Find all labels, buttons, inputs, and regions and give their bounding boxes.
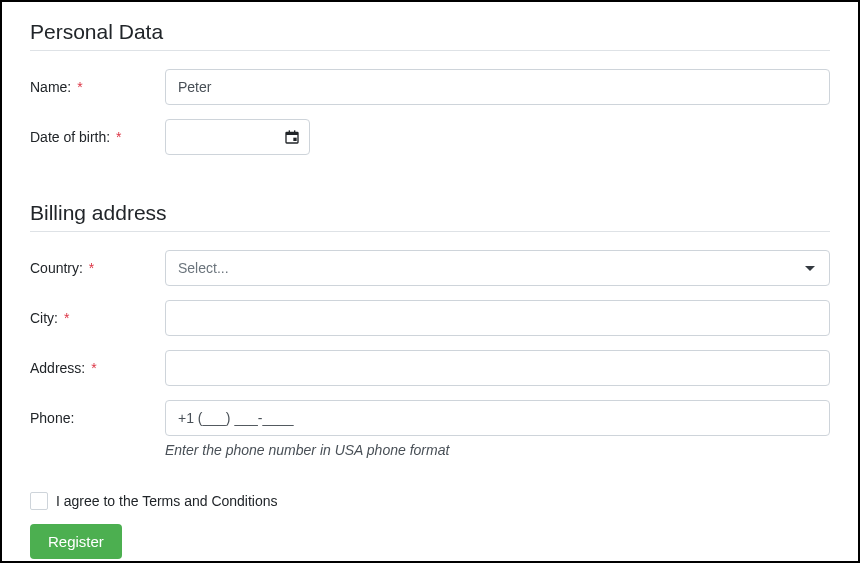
city-input[interactable]: [165, 300, 830, 336]
label-text: Phone:: [30, 410, 74, 426]
required-marker: *: [89, 260, 94, 276]
required-marker: *: [77, 79, 82, 95]
label-text: City:: [30, 310, 58, 326]
section-title-personal: Personal Data: [30, 20, 830, 44]
label-text: Address:: [30, 360, 85, 376]
label-country: Country: *: [30, 260, 165, 276]
name-input[interactable]: [165, 69, 830, 105]
field-row-dob: Date of birth: *: [30, 119, 830, 155]
svg-rect-3: [289, 130, 290, 133]
terms-checkbox[interactable]: [30, 492, 48, 510]
calendar-icon: [284, 129, 300, 145]
required-marker: *: [116, 129, 121, 145]
divider: [30, 231, 830, 232]
phone-input[interactable]: [165, 400, 830, 436]
country-select-value: Select...: [178, 260, 229, 276]
svg-rect-1: [286, 132, 298, 135]
field-row-phone: Phone:: [30, 400, 830, 436]
terms-label: I agree to the Terms and Conditions: [56, 493, 278, 509]
chevron-down-icon: [805, 266, 815, 271]
phone-helper-text: Enter the phone number in USA phone form…: [165, 442, 830, 458]
field-row-country: Country: * Select...: [30, 250, 830, 286]
field-row-name: Name: *: [30, 69, 830, 105]
dob-field[interactable]: [165, 119, 310, 155]
dob-calendar-button[interactable]: [275, 120, 309, 154]
label-city: City: *: [30, 310, 165, 326]
label-text: Country:: [30, 260, 83, 276]
section-title-billing: Billing address: [30, 201, 830, 225]
required-marker: *: [64, 310, 69, 326]
label-address: Address: *: [30, 360, 165, 376]
label-phone: Phone:: [30, 410, 165, 426]
terms-row: I agree to the Terms and Conditions: [30, 492, 830, 510]
label-text: Date of birth:: [30, 129, 110, 145]
form-container: Personal Data Name: * Date of birth: *: [0, 0, 860, 563]
field-row-city: City: *: [30, 300, 830, 336]
divider: [30, 50, 830, 51]
label-text: Name:: [30, 79, 71, 95]
label-name: Name: *: [30, 79, 165, 95]
dob-input[interactable]: [166, 120, 275, 154]
label-dob: Date of birth: *: [30, 129, 165, 145]
field-row-address: Address: *: [30, 350, 830, 386]
register-button[interactable]: Register: [30, 524, 122, 559]
svg-rect-4: [294, 130, 295, 133]
address-input[interactable]: [165, 350, 830, 386]
required-marker: *: [91, 360, 96, 376]
country-select[interactable]: Select...: [165, 250, 830, 286]
svg-rect-2: [293, 138, 296, 141]
